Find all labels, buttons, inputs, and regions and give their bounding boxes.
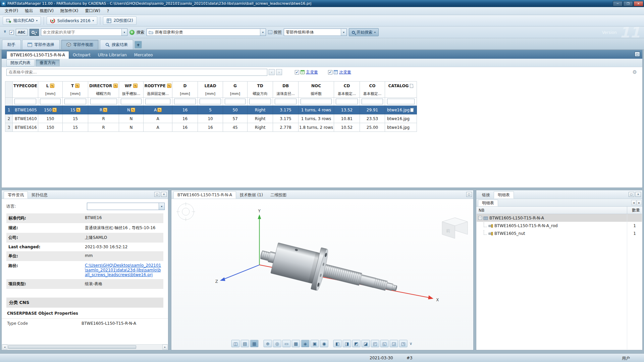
wireframe-view-icon[interactable]: ▦ <box>250 340 259 347</box>
part-tab-btwe1605[interactable]: BTWE1605-L150-T15-R-N-A <box>6 51 69 59</box>
tab-technical-data[interactable]: 技术数据 (1) <box>236 191 267 199</box>
abc-toggle-button[interactable]: ABC <box>16 29 28 36</box>
column-filter-input[interactable] <box>200 99 221 104</box>
part-tab-ultra-librarian[interactable]: Ultra Librarian <box>94 51 130 59</box>
bom-row-assembly[interactable]: − BTWE1605-L150-T15-R-N-A <box>477 214 642 222</box>
scrollbar-track[interactable] <box>7 345 162 349</box>
edit-pencil-icon[interactable]: ✎ <box>131 108 135 112</box>
column-filter-input[interactable] <box>387 99 415 104</box>
view-iso-icon[interactable]: ◲ <box>390 340 398 347</box>
shaded-view-icon[interactable]: ▤ <box>241 340 249 347</box>
search-by-select[interactable]: 零部件组和单体 ▾ <box>284 29 347 36</box>
column-filter-input[interactable] <box>336 99 358 104</box>
scrollbar-thumb[interactable] <box>8 345 136 349</box>
column-filter-input[interactable] <box>145 99 170 104</box>
tab-part-view[interactable]: 零部件视图 <box>61 40 99 49</box>
column-filter-input[interactable] <box>14 99 36 104</box>
cad-system-select[interactable]: Solidworks 2016 ▾ <box>47 16 97 25</box>
minimize-button[interactable]: ─ <box>613 1 623 6</box>
add-tab-button[interactable]: + <box>135 41 142 48</box>
panel-maximize-icon[interactable]: □ <box>629 192 634 197</box>
menu-view[interactable]: 视图(V) <box>36 7 57 15</box>
close-button[interactable]: ✕ <box>634 1 643 6</box>
pan-view-icon[interactable]: ◫ <box>231 340 240 347</box>
tree-collapse-icon[interactable]: − <box>478 216 482 220</box>
column-filter-input[interactable] <box>40 99 61 104</box>
view-back-icon[interactable]: ◨ <box>343 340 351 347</box>
view-top-icon[interactable]: ◰ <box>371 340 379 347</box>
table-row[interactable]: 3 BTWE1616 150 15 R N A 16 16 45 Right 2… <box>5 123 417 132</box>
column-filter-input[interactable] <box>301 99 332 104</box>
part-tab-mercateo[interactable]: Mercateo <box>130 51 157 59</box>
column-filter-input[interactable] <box>362 99 383 104</box>
primary-variable-checkbox[interactable]: ✔ <box>295 70 299 74</box>
edit-pencil-icon[interactable]: ✎ <box>133 84 138 88</box>
secondary-variable-toggle[interactable]: ✔ 次变量 <box>328 69 351 75</box>
zoom-in-icon[interactable]: ⊕ <box>264 340 272 347</box>
part-tab-octopart[interactable]: Octopart <box>69 51 94 59</box>
panel-close-icon[interactable]: ✕ <box>635 192 641 197</box>
subtab-scroll-left-icon[interactable]: ◂ <box>631 200 636 205</box>
bom-row-part[interactable]: BTWE1605_nut 1 <box>477 229 642 237</box>
grid-icon[interactable]: ▩ <box>292 340 300 347</box>
next-match-button[interactable]: › <box>276 69 282 75</box>
menu-addons[interactable]: 附加件(X) <box>57 7 82 15</box>
table-search-input[interactable] <box>6 69 267 76</box>
tab-3d-model[interactable]: BTWE1605-L150-T15-R-N-A <box>173 191 236 199</box>
bom-row-part[interactable]: BTWE1605-L150-T15-R-N-A_rod 1 <box>477 222 642 229</box>
fulltext-checkbox[interactable]: ✔ <box>9 30 14 35</box>
subtab-bom[interactable]: 明细表 <box>478 200 498 206</box>
edit-pencil-icon[interactable]: ✎ <box>157 108 162 112</box>
keyword-search-input[interactable] <box>41 29 121 35</box>
tab-part-selection[interactable]: 零部件选择 <box>22 40 60 49</box>
collapse-chevron-icon[interactable]: » <box>3 30 8 35</box>
menu-help[interactable]: ? <box>104 8 112 14</box>
column-filter-input[interactable] <box>64 99 86 104</box>
zoom-fit-icon[interactable]: ◎ <box>273 340 281 347</box>
table-row[interactable]: 2 BTWE1610 150 15 R N A 16 10 57 Right 3… <box>5 114 417 123</box>
caret-down-icon[interactable]: ▾ <box>121 29 127 36</box>
view-left-icon[interactable]: ◩ <box>352 340 361 347</box>
prev-match-button[interactable]: ‹ <box>269 69 275 75</box>
column-filter-input[interactable] <box>225 99 246 104</box>
tab-links[interactable]: 链接 <box>478 191 494 199</box>
view-bottom-icon[interactable]: ◱ <box>380 340 389 347</box>
language-select[interactable]: ▾ <box>87 203 165 210</box>
primary-variable-toggle[interactable]: ✔ 主变量 <box>295 69 318 75</box>
2d-projection-button[interactable]: 2D投图(2) <box>103 16 137 25</box>
more-options-chevron-icon[interactable]: ∨ <box>409 341 414 346</box>
column-filter-input[interactable] <box>275 99 297 104</box>
column-filter-input[interactable] <box>121 99 142 104</box>
measure-icon[interactable]: ◉ <box>320 340 328 347</box>
project-path-link[interactable]: C:\Users\GHQ\Desktop\samlo_202101\samlo_… <box>85 263 161 277</box>
3d-viewport[interactable]: 前 Y Z X <box>172 199 473 350</box>
view-right-icon[interactable]: ◪ <box>362 340 370 347</box>
search-scope-select[interactable]: 所有目录和分类 ▾ <box>147 29 266 36</box>
edit-pencil-icon[interactable]: ✎ <box>75 84 79 88</box>
render-icon[interactable]: ▣ <box>311 340 319 347</box>
menu-file[interactable]: 文件(F) <box>1 7 21 15</box>
scroll-right-icon[interactable]: ▸ <box>162 345 168 350</box>
view-dimetric-icon[interactable]: ◳ <box>399 340 408 347</box>
tab-bom[interactable]: 明细表 <box>494 191 514 199</box>
menu-export[interactable]: 输出 <box>21 7 36 15</box>
search-mode-button[interactable]: ▾ <box>30 29 39 36</box>
add-search-term-icon[interactable]: + <box>129 30 135 35</box>
selection-frame-icon[interactable]: ▭ <box>282 340 291 347</box>
edit-pencil-icon[interactable]: ✎ <box>113 84 118 88</box>
menu-window[interactable]: 窗口(W) <box>82 7 103 15</box>
export-to-cad-button[interactable]: 输出到CAD ▾ <box>3 16 41 25</box>
secondary-variable-checkbox[interactable]: ✔ <box>328 70 332 74</box>
edit-pencil-icon[interactable]: ✎ <box>76 108 80 112</box>
tab-open-list[interactable]: 開放式列表 <box>6 59 35 66</box>
panel-maximize-icon[interactable]: □ <box>466 192 472 197</box>
column-filter-input[interactable] <box>174 99 196 104</box>
table-row[interactable]: 1 BTWE1605 150✎ 15✎ R✎ N✎ A✎ 16 5 50 Rig… <box>5 106 417 114</box>
tab-assistant[interactable]: 助手 <box>2 40 21 49</box>
tab-2d-projection[interactable]: 二维投图 <box>267 191 290 199</box>
edit-pencil-icon[interactable]: ✎ <box>167 84 171 88</box>
panel-maximize-icon[interactable]: □ <box>635 52 640 57</box>
material-icon[interactable]: ◈ <box>301 340 310 347</box>
edit-pencil-icon[interactable]: ✎ <box>52 108 57 112</box>
tab-topology-info[interactable]: 拓扑信息 <box>28 191 51 199</box>
